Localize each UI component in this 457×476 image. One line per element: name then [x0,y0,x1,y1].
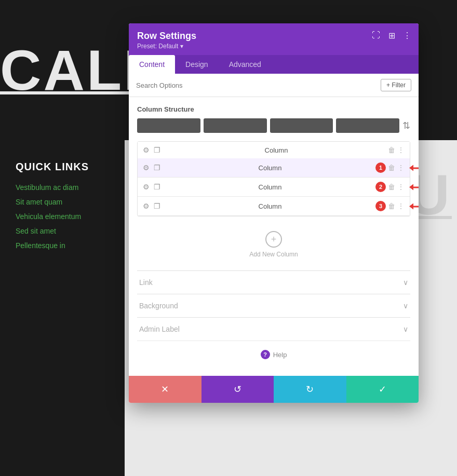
row-3-icons: ⚙ ❐ [143,183,160,191]
modal-title: Row Settings [137,31,410,42]
accordion-admin-arrow: ∨ [403,325,408,333]
add-circle-icon: + [265,231,282,248]
trash-icon-3[interactable]: 🗑 [388,183,395,191]
column-row-wrapper-4: ⚙ ❐ Column 3 🗑 ⋮ [138,197,410,216]
column-row-3: ⚙ ❐ Column 2 🗑 ⋮ [138,178,410,197]
row-4-actions: 3 🗑 ⋮ [375,201,405,211]
badge-2: 2 [375,182,386,192]
sidebar-link-4[interactable]: Sed sit amet [16,227,109,235]
accordion-link[interactable]: Link ∨ [137,270,410,294]
undo-button[interactable]: ↺ [201,376,274,403]
settings-icon-4[interactable]: ⚙ [143,202,150,210]
add-column-label: Add New Column [249,251,298,258]
dots-icon-3[interactable]: ⋮ [397,183,405,191]
row-1-icons: ⚙ ❐ [143,146,160,154]
column-row-1: ⚙ ❐ Column 🗑 ⋮ [138,142,410,158]
column-row-wrapper-1: ⚙ ❐ Column 🗑 ⋮ [138,142,410,158]
sidebar-link-5[interactable]: Pellentesque in [16,241,109,250]
accordion-background-arrow: ∨ [403,302,408,310]
add-column-button[interactable]: + Add New Column [137,224,410,265]
columns-icon[interactable]: ⊞ [386,31,397,40]
col-label-4: Column [165,202,375,210]
save-button[interactable]: ✓ [346,376,419,403]
column-row-wrapper-3: ⚙ ❐ Column 2 🗑 ⋮ [138,178,410,197]
col-structure-2[interactable] [204,118,267,133]
trash-icon-4[interactable]: 🗑 [388,202,395,210]
arrow-1 [413,167,419,169]
duplicate-icon-4[interactable]: ❐ [154,202,160,210]
duplicate-icon-2[interactable]: ❐ [154,164,160,172]
dots-icon-1[interactable]: ⋮ [397,146,405,154]
row-3-actions: 2 🗑 ⋮ [375,182,405,192]
row-4-icons: ⚙ ❐ [143,202,160,210]
modal-preset: Preset: Default ▾ [137,43,410,50]
fullscreen-icon[interactable]: ⛶ [371,31,381,40]
accordion-admin-label[interactable]: Admin Label ∨ [137,317,410,341]
sidebar-link-3[interactable]: Vehicula elementum [16,212,109,221]
modal-footer: ✕ ↺ ↻ ✓ [129,376,419,403]
col-label-2: Column [165,164,375,172]
duplicate-icon-3[interactable]: ❐ [154,183,160,191]
modal-body: Column Structure ⇅ ⚙ ❐ Column 🗑 [129,97,419,376]
row-settings-modal: Row Settings Preset: Default ▾ ⛶ ⊞ ⋮ Con… [129,23,419,403]
search-bar: + Filter [129,74,419,97]
dots-icon-2[interactable]: ⋮ [397,164,405,172]
col-structure-3[interactable] [270,118,333,133]
sidebar: QUICK LINKS Vestibulum ac diam Sit amet … [0,140,125,476]
sidebar-link-1[interactable]: Vestibulum ac diam [16,183,109,192]
arrange-icon[interactable]: ⇅ [402,120,410,131]
tab-bar: Content Design Advanced [129,55,419,74]
settings-icon-2[interactable]: ⚙ [143,164,150,172]
column-row-2: ⚙ ❐ Column 1 🗑 ⋮ [138,158,410,178]
filter-button[interactable]: + Filter [381,79,411,91]
accordion-admin-label-text: Admin Label [139,325,180,333]
accordion-background-label: Background [139,302,178,310]
row-1-actions: 🗑 ⋮ [388,146,405,154]
accordion-link-label: Link [139,278,153,287]
col-label-1: Column [165,146,388,154]
tab-advanced[interactable]: Advanced [219,55,272,74]
arrow-3 [413,206,419,207]
col-structure-4[interactable] [336,118,399,133]
search-input[interactable] [136,81,377,89]
sidebar-links: Vestibulum ac diam Sit amet quam Vehicul… [16,183,109,250]
column-row-wrapper-2: ⚙ ❐ Column 1 🗑 ⋮ [138,158,410,178]
trash-icon-1[interactable]: 🗑 [388,146,395,154]
accordion-background[interactable]: Background ∨ [137,294,410,317]
row-2-icons: ⚙ ❐ [143,164,160,172]
help-section: ? Help [137,341,410,368]
cancel-button[interactable]: ✕ [129,376,201,403]
modal-header: Row Settings Preset: Default ▾ ⛶ ⊞ ⋮ [129,23,419,55]
help-label: Help [273,351,287,359]
help-button[interactable]: ? Help [261,350,287,359]
row-2-actions: 1 🗑 ⋮ [375,162,405,173]
arrow-2 [413,186,419,188]
duplicate-icon-1[interactable]: ❐ [154,146,160,154]
column-rows: ⚙ ❐ Column 🗑 ⋮ ⚙ ❐ Colum [137,141,410,216]
tab-content[interactable]: Content [129,55,175,74]
column-structure-title: Column Structure [137,105,410,113]
tab-design[interactable]: Design [175,55,219,74]
more-icon[interactable]: ⋮ [402,31,412,40]
settings-icon-1[interactable]: ⚙ [143,146,150,154]
badge-1: 1 [375,162,386,173]
col-label-3: Column [165,183,375,191]
badge-3: 3 [375,201,386,211]
settings-icon-3[interactable]: ⚙ [143,183,150,191]
col-structure-1[interactable] [137,118,200,133]
sidebar-link-2[interactable]: Sit amet quam [16,198,109,206]
accordion-link-arrow: ∨ [403,278,408,287]
help-icon: ? [261,350,270,359]
modal-header-icons: ⛶ ⊞ ⋮ [371,31,412,40]
redo-button[interactable]: ↻ [274,376,346,403]
sidebar-title: QUICK LINKS [16,161,109,173]
column-structure: ⇅ [137,118,410,133]
column-row-4: ⚙ ❐ Column 3 🗑 ⋮ [138,197,410,216]
trash-icon-2[interactable]: 🗑 [388,164,395,172]
dots-icon-4[interactable]: ⋮ [397,202,405,210]
